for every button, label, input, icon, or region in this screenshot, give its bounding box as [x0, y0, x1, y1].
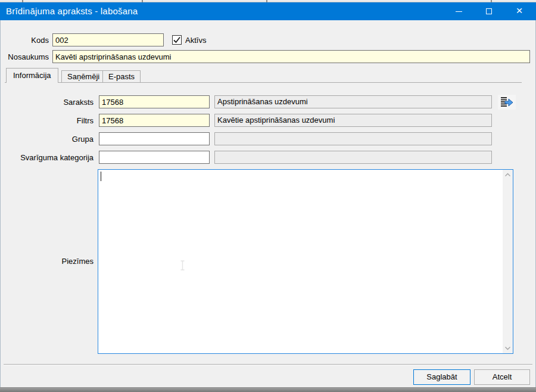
grupa-label: Grupa [0, 133, 94, 146]
vertical-scrollbar[interactable] [503, 170, 513, 353]
tab-pane-border [5, 82, 522, 83]
maximize-icon [486, 8, 492, 14]
piezimes-label: Piezīmes [0, 255, 94, 268]
window-border [0, 20, 1, 387]
aktivs-checkbox[interactable] [172, 35, 182, 45]
saraksts-label: Saraksts [0, 96, 94, 109]
close-icon: × [505, 2, 534, 20]
close-button[interactable]: × [505, 2, 534, 20]
maximize-button[interactable] [475, 2, 503, 20]
saraksts-name-field: Apstiprināšanas uzdevumi [214, 95, 492, 108]
svariguma-kategorija-name-field [214, 151, 492, 164]
tab-sanemeji[interactable]: Saņēmēji [61, 70, 105, 82]
nosaukums-label: Nosaukums [0, 51, 49, 64]
tab-e-pasts[interactable]: E-pasts [102, 70, 141, 82]
save-button[interactable]: Saglabāt [413, 369, 470, 385]
kods-input[interactable] [52, 33, 164, 46]
svariguma-kategorija-code-input[interactable] [99, 151, 210, 164]
filtrs-name-field: Kavētie apstiprināšanas uzdevumi [214, 114, 492, 127]
cancel-button[interactable]: Atcelt [474, 369, 530, 385]
saraksts-code-input[interactable] [99, 95, 210, 108]
piezimes-textarea[interactable] [98, 169, 513, 354]
chevron-up-icon [504, 173, 511, 177]
grupa-code-input[interactable] [99, 132, 210, 145]
nosaukums-input[interactable] [52, 50, 530, 63]
kods-label: Kods [0, 34, 49, 47]
aktivs-label: Aktīvs [185, 34, 206, 47]
checkmark-icon [173, 36, 181, 44]
goto-list-button[interactable] [498, 95, 516, 110]
list-arrow-right-icon [500, 97, 513, 108]
footer-separator-highlight [4, 365, 532, 365]
filtrs-code-input[interactable] [99, 114, 210, 127]
ibeam-cursor [179, 260, 186, 270]
filtrs-label: Filtrs [0, 114, 94, 127]
svariguma-kategorija-label: Svarīguma kategorija [0, 151, 94, 164]
grupa-name-field [214, 132, 492, 145]
minimize-icon [456, 11, 462, 12]
text-caret [101, 172, 101, 181]
window-bottom-edge [0, 387, 536, 392]
window-title: Brīdinājuma apraksts - labošana [6, 2, 138, 20]
tab-informacija[interactable]: Informācija [6, 68, 58, 83]
minimize-button[interactable] [444, 2, 473, 20]
chevron-down-icon [504, 346, 511, 350]
titlebar[interactable]: Brīdinājuma apraksts - labošana × [0, 2, 536, 20]
